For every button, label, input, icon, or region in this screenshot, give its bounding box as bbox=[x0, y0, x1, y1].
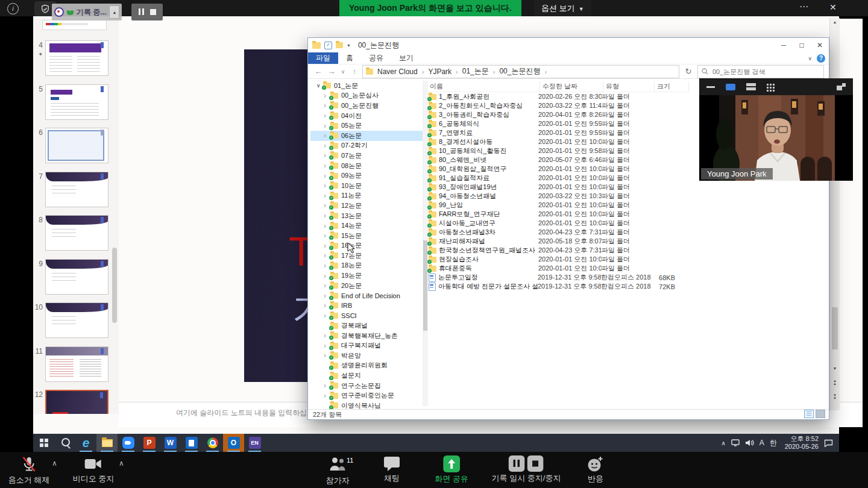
clock[interactable]: 오후 8:52 2020-05-26 bbox=[785, 435, 819, 451]
ie-taskbar-button[interactable]: e bbox=[75, 434, 96, 452]
file-row[interactable]: 99_난임2020-01-01 오전 10:00파일 폴더 bbox=[427, 201, 819, 210]
volume-icon[interactable] bbox=[745, 439, 754, 446]
ime-korean-indicator[interactable]: 한 bbox=[770, 438, 777, 448]
recent-locations-icon[interactable]: ∨ bbox=[339, 69, 347, 75]
file-row[interactable]: 논문투고일정2019-12-31 오후 9:58한컴오피스 2018 ...68… bbox=[427, 273, 819, 282]
slide-thumb-box[interactable] bbox=[45, 215, 108, 251]
tree-item[interactable]: ∨01_논문 bbox=[310, 81, 419, 91]
network-icon[interactable] bbox=[731, 439, 740, 446]
tree-item[interactable]: ›연구준비중인논문 bbox=[310, 390, 423, 401]
maximize-button[interactable]: □ bbox=[793, 38, 811, 52]
tree-item[interactable]: ›SSCI bbox=[310, 311, 423, 321]
slide-thumbnail[interactable]: 7 bbox=[34, 172, 114, 207]
breadcrumb[interactable]: Naver Cloud›YJPark›01_논문›00_논문진행› bbox=[362, 65, 679, 78]
word-taskbar-button[interactable]: W bbox=[160, 434, 181, 452]
tree-item[interactable]: ›07-2학기 bbox=[310, 141, 423, 151]
active-speaker-view-icon[interactable] bbox=[726, 84, 735, 90]
slide-thumbnail[interactable]: 8 bbox=[34, 215, 114, 251]
up-button[interactable]: ↑ bbox=[349, 67, 360, 76]
record-pause-stop-button[interactable]: 기록 일시 중지/중지 bbox=[492, 455, 561, 484]
tree-item[interactable]: ›11논문 bbox=[310, 191, 423, 201]
refresh-icon[interactable]: ↻ bbox=[682, 67, 695, 76]
reactions-button[interactable]: 반응 bbox=[587, 455, 604, 484]
tree-item[interactable]: ›07논문 bbox=[310, 151, 423, 161]
slide-thumb-box[interactable] bbox=[45, 128, 108, 163]
tree-item[interactable]: ›18논문 bbox=[310, 261, 423, 271]
scrollbar-thumb[interactable] bbox=[832, 307, 838, 349]
file-row[interactable]: FARR모형_연구재단2020-01-01 오전 10:01파일 폴더 bbox=[427, 210, 819, 219]
slide-thumbnail[interactable]: 9 bbox=[34, 259, 114, 295]
tree-item[interactable]: ›10논문 bbox=[310, 181, 423, 191]
slide-thumb-box[interactable] bbox=[45, 302, 108, 338]
slide-thumb-box[interactable] bbox=[45, 84, 108, 120]
ribbon-tab-2[interactable]: 공유 bbox=[361, 52, 391, 64]
powerpoint-taskbar-button[interactable]: P bbox=[139, 434, 160, 452]
tree-item[interactable]: ›08논문 bbox=[310, 161, 423, 171]
chrome-taskbar-button[interactable] bbox=[202, 434, 223, 452]
slide-thumbnail[interactable]: 6 bbox=[34, 128, 114, 163]
explorer-titlebar[interactable]: ✓ ▼ 00_논문진행 ─ □ ✕ bbox=[308, 38, 829, 52]
tree-item[interactable]: ›13논문 bbox=[310, 211, 423, 221]
more-options-icon[interactable]: ⋯ bbox=[799, 1, 809, 12]
hidden-icons-chevron-icon[interactable]: ∧ bbox=[721, 440, 725, 446]
tree-item[interactable]: ›06논문 bbox=[310, 131, 423, 141]
strip-view-icon[interactable] bbox=[746, 83, 756, 90]
tree-item[interactable]: 생명윤리위원회 bbox=[310, 361, 423, 371]
slide-thumb-box[interactable] bbox=[45, 390, 108, 414]
column-header[interactable]: 유형 bbox=[603, 81, 655, 92]
slide-thumbnail[interactable]: 5 bbox=[34, 84, 114, 120]
slide-thumb-box[interactable] bbox=[45, 346, 108, 382]
tree-item[interactable]: ›대구복지패널 bbox=[310, 340, 423, 351]
pause-recording-icon[interactable] bbox=[509, 455, 525, 472]
tree-item[interactable]: ›05논문 bbox=[310, 120, 423, 131]
slide-thumbnail[interactable]: 4✶ bbox=[34, 40, 114, 76]
tree-item[interactable]: 이영식목사님 bbox=[310, 401, 423, 410]
quick-access-dropdown-icon[interactable]: ▼ bbox=[347, 43, 351, 48]
quick-access-check-icon[interactable]: ✓ bbox=[324, 42, 332, 49]
column-header[interactable]: 수정한 날짜 bbox=[540, 81, 603, 92]
tree-item[interactable]: ›박은앙 bbox=[310, 351, 423, 361]
ppt-vertical-scrollbar[interactable]: ▲ ▼ ▲▲ ▼▼ bbox=[829, 18, 840, 410]
ribbon-tab-0[interactable]: 파일 bbox=[308, 52, 338, 64]
action-center-icon[interactable] bbox=[824, 439, 833, 447]
gallery-view-icon[interactable] bbox=[767, 84, 769, 86]
close-button[interactable]: ✕ bbox=[811, 38, 829, 52]
breadcrumb-item[interactable]: 00_논문진행 bbox=[496, 66, 543, 77]
scroll-up-icon[interactable]: ▲ bbox=[830, 20, 840, 24]
tree-item[interactable]: ›16논문 bbox=[310, 241, 423, 251]
tree-item[interactable]: ›09논문 bbox=[310, 170, 423, 181]
ime-latin-indicator[interactable]: A bbox=[760, 439, 764, 447]
large-icons-view-icon[interactable] bbox=[816, 410, 825, 418]
previous-slide-button[interactable]: ▲▲ bbox=[830, 380, 840, 386]
unmute-button[interactable]: 음소거 해제 bbox=[8, 455, 50, 486]
participants-button[interactable]: 11 참가자 bbox=[326, 455, 350, 486]
ribbon-tab-3[interactable]: 보기 bbox=[391, 52, 421, 64]
stop-recording-icon[interactable] bbox=[527, 455, 544, 472]
zoom-taskbar-button[interactable] bbox=[118, 434, 139, 452]
explorer-taskbar-button[interactable] bbox=[96, 434, 118, 452]
slide-thumb-box[interactable] bbox=[45, 40, 108, 76]
file-row[interactable]: 휴대폰중독2020-01-01 오전 10:01파일 폴더 bbox=[427, 264, 819, 273]
breadcrumb-item[interactable]: Naver Cloud bbox=[374, 67, 421, 76]
tree-item[interactable]: ›경북행복재단_농촌 bbox=[310, 331, 423, 341]
breadcrumb-item[interactable]: 01_논문 bbox=[459, 66, 492, 77]
file-row[interactable]: 재난피해자패널2020-05-18 오후 8:07파일 폴더 bbox=[427, 237, 819, 246]
info-icon[interactable]: i bbox=[7, 3, 19, 14]
stop-recording-icon[interactable] bbox=[150, 9, 156, 15]
ribbon-tab-1[interactable]: 홈 bbox=[338, 52, 361, 64]
search-box[interactable] bbox=[697, 65, 824, 78]
minimize-video-icon[interactable] bbox=[706, 86, 715, 88]
stop-video-button[interactable]: 비디오 중지 bbox=[73, 455, 115, 484]
tree-item[interactable]: 설문지 bbox=[310, 371, 423, 381]
slide-thumbnail-panel[interactable]: 4✶56789101112 bbox=[33, 19, 119, 414]
details-view-icon[interactable] bbox=[804, 410, 814, 418]
search-input[interactable] bbox=[711, 67, 804, 76]
forward-button[interactable]: → bbox=[326, 67, 337, 76]
tree-item[interactable]: ›IRB bbox=[310, 301, 423, 311]
popout-view-icon[interactable] bbox=[837, 83, 846, 90]
slide-thumb-box[interactable] bbox=[45, 172, 108, 207]
help-icon[interactable]: ? bbox=[817, 54, 825, 63]
file-row[interactable]: 94_아동청소년패널2020-03-22 오전 10:38파일 폴더 bbox=[427, 192, 819, 201]
quick-access-folder-icon[interactable] bbox=[336, 42, 343, 48]
ribbon-collapse-icon[interactable]: ∨ bbox=[808, 55, 812, 61]
